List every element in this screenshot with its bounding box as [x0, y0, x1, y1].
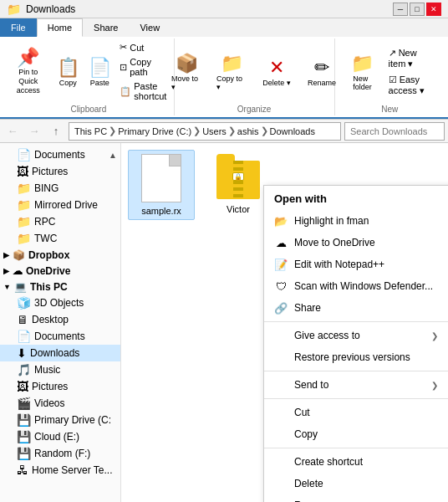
paste-shortcut-button[interactable]: 📋 Paste shortcut — [116, 79, 171, 103]
rename-label: Rename — [308, 79, 336, 87]
ctx-createshortcut-label: Create shortcut — [294, 456, 363, 468]
sidebar-section-label: Dropbox — [28, 249, 69, 261]
path-users[interactable]: Users — [202, 126, 227, 136]
new-item-button[interactable]: ↗ New item ▾ — [385, 46, 438, 71]
ctx-share[interactable]: 🔗 Share — [264, 297, 448, 319]
maximize-button[interactable]: □ — [410, 3, 425, 16]
clipboard-buttons: 📌 Pin to Quickaccess 📋 Copy 📄 Paste ✂ — [5, 40, 171, 103]
sidebar-item-cloud[interactable]: 💾 Cloud (E:) — [0, 428, 120, 445]
tab-home[interactable]: Home — [37, 18, 83, 37]
rename-ctx-icon — [274, 499, 288, 502]
tab-share[interactable]: Share — [83, 18, 129, 37]
ctx-delete[interactable]: Delete — [264, 473, 448, 494]
sidebar-item-homeserver[interactable]: 🖧 Home Server Te... — [0, 462, 120, 479]
ctx-rename[interactable]: Rename — [264, 494, 448, 502]
restore-icon — [274, 351, 288, 364]
move-to-label: Move to ▾ — [171, 74, 201, 91]
easy-access-button[interactable]: ☑ Easy access ▾ — [385, 73, 438, 98]
random-drive-icon: 💾 — [17, 447, 31, 460]
onedrive-expand-icon: ▶ — [3, 267, 9, 275]
delete-button[interactable]: ✕ Delete ▾ — [256, 54, 298, 90]
sidebar-item-random[interactable]: 💾 Random (F:) — [0, 445, 120, 462]
3d-icon: 🧊 — [17, 296, 31, 310]
sidebar-item-3dobjects[interactable]: 🧊 3D Objects — [0, 295, 120, 311]
ctx-scandefender[interactable]: 🛡 Scan with Windows Defender... — [264, 275, 448, 297]
new-buttons: 📁 Newfolder ↗ New item ▾ ☑ Easy access ▾ — [342, 40, 438, 103]
sidebar-item-pictures[interactable]: 🖼 Pictures — [0, 163, 120, 180]
new-folder-button[interactable]: 📁 Newfolder — [342, 50, 384, 94]
move-to-button[interactable]: 📦 Move to ▾ — [165, 50, 207, 94]
sidebar-item-downloads[interactable]: ⬇ Downloads — [0, 345, 120, 361]
ctx-editnotepad[interactable]: 📝 Edit with Notepad++ — [264, 254, 448, 275]
new-item-label: ↗ New item ▾ — [389, 48, 435, 69]
sidebar-item-documents[interactable]: 📄 Documents ▲ — [0, 146, 120, 163]
copy-button[interactable]: 📋 Copy — [53, 54, 83, 90]
sidebar-item-label: Pictures — [32, 381, 68, 392]
delete-icon: ✕ — [269, 57, 284, 79]
file-item-samplerx[interactable]: sample.rx — [128, 150, 195, 220]
sidebar-item-bing[interactable]: 📁 BING — [0, 180, 120, 197]
copy-path-button[interactable]: ⊡ Copy path — [116, 55, 171, 79]
ctx-sep3 — [264, 398, 448, 399]
tab-view[interactable]: View — [129, 18, 171, 37]
sidebar-item-music[interactable]: 🎵 Music — [0, 361, 120, 378]
ctx-giveaccess-label: Give access to — [294, 330, 360, 341]
sidebar-item-desktop[interactable]: 🖥 Desktop — [0, 311, 120, 328]
ctx-moveonedrive[interactable]: ☁ Move to OneDrive — [264, 232, 448, 254]
sidebar-item-pictures2[interactable]: 🖼 Pictures — [0, 378, 120, 395]
sidebar-item-videos[interactable]: 🎬 Videos — [0, 395, 120, 412]
forward-button[interactable]: → — [25, 122, 43, 141]
path-downloads[interactable]: Downloads — [270, 126, 315, 136]
sidebar-item-rpc[interactable]: 📁 RPC — [0, 213, 120, 230]
rpc-icon: 📁 — [17, 215, 31, 228]
new-group: 📁 Newfolder ↗ New item ▾ ☑ Easy access ▾… — [335, 38, 445, 115]
sidebar-item-primarydrive[interactable]: 💾 Primary Drive (C: — [0, 412, 120, 428]
sidebar-item-twc[interactable]: 📁 TWC — [0, 230, 120, 247]
up-button[interactable]: ↑ — [47, 122, 65, 141]
ctx-copy[interactable]: Copy — [264, 423, 448, 445]
doc-file-icon — [141, 154, 181, 202]
minimize-button[interactable]: ─ — [393, 3, 408, 16]
sidebar-item-label: Desktop — [32, 314, 69, 325]
ctx-highlight[interactable]: 📂 Highlight in fman — [264, 210, 448, 232]
desktop-icon: 🖥 — [17, 313, 28, 326]
path-thispc[interactable]: This PC — [74, 126, 107, 136]
sidebar-section-dropbox[interactable]: ▶ 📦 Dropbox — [0, 247, 120, 263]
highlight-icon: 📂 — [274, 214, 288, 228]
cut-label: Cut — [130, 43, 144, 53]
clipboard-label: Clipboard — [70, 105, 106, 114]
sidebar-section-thispc[interactable]: ▼ 💻 This PC — [0, 279, 120, 295]
copy-icon: 📋 — [57, 57, 79, 79]
ctx-cut[interactable]: Cut — [264, 402, 448, 423]
title-bar-text: Downloads — [26, 3, 393, 15]
path-primarydrive[interactable]: Primary Drive (C:) — [118, 126, 191, 136]
ctx-highlight-label: Highlight in fman — [294, 215, 369, 227]
close-button[interactable]: ✕ — [426, 3, 441, 16]
ctx-restoreprev[interactable]: Restore previous versions — [264, 346, 448, 368]
search-input[interactable] — [344, 122, 445, 141]
paste-button[interactable]: 📄 Paste — [84, 54, 115, 90]
ctx-copy-label: Copy — [294, 428, 318, 440]
back-button[interactable]: ← — [3, 122, 22, 141]
ctx-giveaccess[interactable]: Give access to ❯ — [264, 325, 448, 346]
address-path[interactable]: This PC ❯ Primary Drive (C:) ❯ Users ❯ a… — [69, 122, 341, 141]
expand-icon: ▲ — [109, 151, 117, 160]
copy-to-button[interactable]: 📁 Copy to ▾ — [211, 50, 252, 94]
ctx-createshortcut[interactable]: Create shortcut — [264, 451, 448, 473]
sidebar-item-label: Pictures — [32, 166, 68, 177]
sidebar-item-documents2[interactable]: 📄 Documents — [0, 328, 120, 345]
move-to-icon: 📦 — [176, 53, 198, 74]
tab-file[interactable]: File — [0, 18, 37, 37]
sidebar-section-label: This PC — [30, 281, 68, 293]
ctx-sendto[interactable]: Send to ❯ — [264, 374, 448, 396]
thispc-expand-icon: ▼ — [3, 283, 11, 291]
sidebar-section-onedrive[interactable]: ▶ ☁ OneDrive — [0, 263, 120, 279]
sidebar-item-mirroreddrive[interactable]: 📁 Mirrored Drive — [0, 197, 120, 213]
path-ashis[interactable]: ashis — [237, 126, 259, 136]
shortcut-icon — [274, 455, 288, 469]
organize-group: 📦 Move to ▾ 📁 Copy to ▾ ✕ Delete ▾ ✏ Ren… — [175, 38, 335, 115]
pin-to-quick-button[interactable]: 📌 Pin to Quickaccess — [5, 45, 51, 98]
delete-ctx-icon — [274, 477, 288, 490]
file-item-victor[interactable]: 🔒 Victor — [205, 150, 272, 220]
cut-button[interactable]: ✂ Cut — [116, 40, 171, 54]
